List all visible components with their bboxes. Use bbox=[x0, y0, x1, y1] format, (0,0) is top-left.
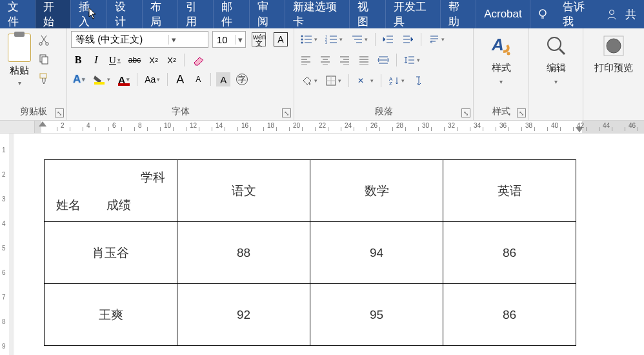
score-table[interactable]: 学科 姓名 成绩 语文 数学 英语 肖玉谷 88 94 86 王爽 92 95 … bbox=[44, 159, 576, 346]
highlight-button[interactable] bbox=[91, 72, 112, 86]
paste-button[interactable]: 粘贴 bbox=[10, 65, 29, 77]
font-launcher[interactable]: ⤡ bbox=[282, 108, 291, 117]
bullets-button[interactable] bbox=[298, 32, 319, 46]
tab-developer[interactable]: 开发工具 bbox=[386, 0, 441, 28]
tab-tellme[interactable]: 告诉我 bbox=[555, 0, 599, 28]
row-name[interactable]: 肖玉谷 bbox=[45, 222, 177, 284]
tab-mailings[interactable]: 邮件 bbox=[214, 0, 249, 28]
share-person-icon[interactable] bbox=[599, 0, 624, 28]
align-left-button[interactable] bbox=[298, 53, 314, 67]
clear-format-button[interactable] bbox=[190, 53, 208, 67]
table-row[interactable]: 学科 姓名 成绩 语文 数学 英语 bbox=[45, 160, 576, 222]
tab-share[interactable]: 共 bbox=[624, 0, 644, 28]
vertical-ruler[interactable]: 123456789 bbox=[0, 134, 14, 355]
grow-font-button[interactable]: A bbox=[173, 72, 187, 86]
sort-button[interactable]: AZ bbox=[387, 74, 407, 88]
font-name-combo[interactable]: ▾ bbox=[71, 31, 208, 48]
font-color-button[interactable]: A bbox=[116, 72, 132, 86]
editing-button[interactable]: 编辑 ▾ bbox=[538, 31, 575, 88]
table-header-diagonal[interactable]: 学科 姓名 成绩 bbox=[45, 160, 177, 222]
line-spacing-button[interactable] bbox=[402, 53, 422, 67]
ribbon: 粘贴 ▾ 剪贴板 ⤡ ▾ ▾ bbox=[0, 28, 644, 121]
paint-bucket-icon bbox=[300, 75, 313, 86]
numbering-button[interactable]: 123 bbox=[323, 32, 345, 46]
svg-point-10 bbox=[301, 42, 303, 44]
char-shading-button[interactable]: A bbox=[216, 72, 230, 86]
tab-help[interactable]: 帮助 bbox=[441, 0, 476, 28]
phonetic-guide-button[interactable]: wén文 bbox=[250, 32, 268, 46]
text-direction-button[interactable] bbox=[427, 32, 447, 46]
show-marks-button[interactable] bbox=[410, 74, 425, 88]
multilevel-button[interactable] bbox=[348, 32, 370, 46]
align-right-button[interactable] bbox=[337, 53, 352, 67]
snap-grid-icon: ✕ bbox=[356, 75, 369, 86]
subscript-button[interactable]: X2 bbox=[146, 53, 161, 67]
clipboard-launcher[interactable]: ⤡ bbox=[55, 108, 64, 117]
tab-file[interactable]: 文件 bbox=[0, 0, 35, 28]
align-center-icon bbox=[319, 56, 331, 65]
cell[interactable]: 94 bbox=[310, 222, 443, 284]
cell[interactable]: 86 bbox=[443, 222, 576, 284]
paste-icon[interactable] bbox=[8, 34, 31, 62]
line-spacing-icon bbox=[404, 55, 416, 65]
text-effects-button[interactable]: A bbox=[71, 72, 87, 86]
font-name-input[interactable] bbox=[72, 32, 168, 47]
enclose-char-button[interactable]: 字 bbox=[234, 72, 250, 86]
justify-button[interactable] bbox=[356, 53, 372, 67]
tab-insert[interactable]: 插入 bbox=[71, 0, 106, 28]
shrink-font-button[interactable]: A bbox=[191, 72, 205, 86]
italic-button[interactable]: I bbox=[89, 53, 103, 67]
col-header[interactable]: 英语 bbox=[443, 160, 576, 222]
underline-button[interactable]: U bbox=[107, 53, 123, 67]
svg-point-20 bbox=[548, 37, 561, 50]
change-case-button[interactable]: Aa bbox=[143, 72, 162, 86]
outdent-button[interactable] bbox=[381, 32, 396, 46]
distributed-button[interactable] bbox=[376, 53, 391, 67]
print-preview-button[interactable]: 打印预览 bbox=[588, 31, 639, 77]
strike-button[interactable]: abc bbox=[126, 53, 143, 67]
col-header[interactable]: 语文 bbox=[177, 160, 310, 222]
tab-review[interactable]: 审阅 bbox=[250, 0, 285, 28]
char-border-button[interactable]: A bbox=[272, 32, 290, 46]
horizontal-ruler[interactable]: 2468101214161820222426283032343638404244… bbox=[0, 121, 644, 134]
paragraph-launcher[interactable]: ⤡ bbox=[461, 108, 470, 117]
cell[interactable]: 95 bbox=[310, 284, 443, 346]
cut-icon[interactable] bbox=[37, 34, 50, 46]
tab-home[interactable]: 开始 bbox=[35, 0, 71, 28]
tab-view[interactable]: 视图 bbox=[350, 0, 385, 28]
styles-launcher[interactable]: ⤡ bbox=[517, 108, 526, 117]
snap-grid-button[interactable]: ✕ bbox=[354, 74, 376, 88]
indent-button[interactable] bbox=[400, 32, 416, 46]
tellme-lightbulb-icon[interactable] bbox=[530, 0, 555, 28]
styles-button[interactable]: A 样式 ▾ bbox=[483, 31, 520, 88]
tab-design[interactable]: 设计 bbox=[107, 0, 143, 28]
page[interactable]: 学科 姓名 成绩 语文 数学 英语 肖玉谷 88 94 86 王爽 92 95 … bbox=[35, 134, 576, 355]
row-name[interactable]: 王爽 bbox=[45, 284, 177, 346]
table-row[interactable]: 王爽 92 95 86 bbox=[45, 284, 576, 346]
font-size-input[interactable] bbox=[213, 32, 235, 47]
copy-icon[interactable] bbox=[37, 53, 50, 66]
cell[interactable]: 88 bbox=[177, 222, 310, 284]
table-row[interactable]: 肖玉谷 88 94 86 bbox=[45, 222, 576, 284]
group-styles: A 样式 ▾ 样式 ⤡ bbox=[474, 28, 529, 120]
col-header[interactable]: 数学 bbox=[310, 160, 443, 222]
borders-button[interactable] bbox=[323, 74, 343, 88]
tab-layout[interactable]: 布局 bbox=[143, 0, 178, 28]
tab-newtab[interactable]: 新建选项卡 bbox=[285, 0, 350, 28]
tab-acrobat[interactable]: Acrobat bbox=[476, 0, 530, 28]
font-size-caret-icon[interactable]: ▾ bbox=[235, 35, 245, 45]
cell[interactable]: 86 bbox=[443, 284, 576, 346]
align-center-button[interactable] bbox=[317, 53, 333, 67]
bold-button[interactable]: B bbox=[71, 53, 85, 67]
tab-references[interactable]: 引用 bbox=[178, 0, 214, 28]
superscript-button[interactable]: X2 bbox=[165, 53, 179, 67]
corner-top-label: 学科 bbox=[141, 169, 165, 186]
font-name-caret-icon[interactable]: ▾ bbox=[168, 35, 179, 45]
text-direction-icon bbox=[428, 34, 440, 45]
cell[interactable]: 92 bbox=[177, 284, 310, 346]
font-size-combo[interactable]: ▾ bbox=[212, 31, 246, 48]
svg-point-2 bbox=[39, 43, 42, 45]
shading-button[interactable] bbox=[298, 74, 319, 88]
align-right-icon bbox=[339, 56, 350, 65]
format-painter-icon[interactable] bbox=[37, 72, 50, 85]
